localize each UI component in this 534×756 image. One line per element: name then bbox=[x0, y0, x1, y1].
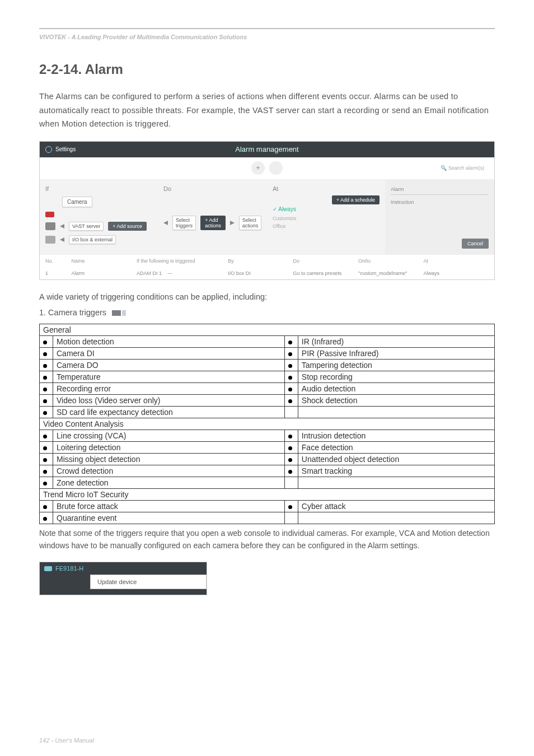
table-row: Video loss (Video server only)Shock dete… bbox=[40, 395, 495, 407]
header-band: VIVOTEK - A Leading Provider of Multimed… bbox=[39, 29, 495, 52]
add-actions-button[interactable]: + Add actions bbox=[200, 216, 226, 230]
table-row: Line crossing (VCA)Intrusion detection bbox=[40, 430, 495, 442]
alarm-label: Alarm bbox=[391, 185, 489, 193]
vast-server-callout: VAST server bbox=[69, 222, 104, 231]
add-alarm-icon[interactable]: + bbox=[251, 161, 265, 175]
camera-icon bbox=[44, 566, 52, 571]
group-iot: Trend Micro IoT Security bbox=[40, 489, 495, 501]
table-row: Camera DIPIR (Passive Infrared) bbox=[40, 348, 495, 360]
table-row: Brute force attackCyber attack bbox=[40, 501, 495, 512]
triggers-table: General Motion detectionIR (Infrared)Cam… bbox=[39, 324, 495, 524]
table-row[interactable]: 1 Alarm ADAM DI 1 --- I/O box DI Go to c… bbox=[40, 267, 494, 279]
alarm-management-screenshot: Settings Alarm management + 🔍 Search ala… bbox=[39, 141, 495, 280]
add-schedule-button[interactable]: + Add a schedule bbox=[332, 195, 380, 204]
customize-option[interactable]: Customize bbox=[273, 216, 380, 221]
table-row: Quarantine event bbox=[40, 512, 495, 524]
server-icon[interactable] bbox=[45, 222, 55, 230]
always-option[interactable]: ✓ Always bbox=[273, 206, 380, 212]
camera-icon[interactable] bbox=[45, 212, 54, 217]
arrow-icon bbox=[60, 224, 64, 228]
table-row: Camera DOTampering detection bbox=[40, 360, 495, 371]
office-option[interactable]: Office bbox=[273, 223, 380, 229]
table-row: Zone detection bbox=[40, 477, 495, 489]
section-title: 2-2-14. Alarm bbox=[39, 62, 495, 77]
search-input[interactable]: 🔍 Search alarm(s) bbox=[441, 165, 484, 171]
table-row: Loitering detectionFace detection bbox=[40, 442, 495, 454]
instruction-label: Instruction bbox=[391, 198, 489, 206]
subheading: A wide variety of triggering conditions … bbox=[39, 292, 495, 301]
table-header-row: No. Name If the following is triggered B… bbox=[40, 255, 494, 267]
update-device-menu-item[interactable]: Update device bbox=[90, 575, 207, 589]
do-column-header: Do bbox=[163, 185, 261, 192]
select-actions-callout: Select actions bbox=[239, 216, 262, 230]
table-row: Crowd detectionSmart tracking bbox=[40, 465, 495, 477]
settings-label: Settings bbox=[55, 146, 76, 152]
arrow-icon bbox=[60, 237, 64, 242]
camera-icon bbox=[112, 309, 128, 317]
select-triggers-callout: Select triggers bbox=[172, 216, 196, 230]
table-row: Motion detectionIR (Infrared) bbox=[40, 336, 495, 348]
iobox-callout: I/O box & external bbox=[69, 235, 116, 244]
add-source-button[interactable]: + Add source bbox=[108, 222, 147, 231]
arrow-icon bbox=[230, 221, 235, 225]
table-row: SD card life expectancy detection bbox=[40, 407, 495, 418]
group-general: General bbox=[40, 324, 495, 336]
cancel-button[interactable]: Cancel bbox=[462, 239, 489, 249]
screenshot-title: Alarm management bbox=[235, 145, 298, 153]
group-vca: Video Content Analysis bbox=[40, 418, 495, 430]
gear-icon bbox=[45, 146, 52, 153]
at-column-header: At bbox=[273, 185, 380, 192]
iobox-icon[interactable] bbox=[45, 236, 55, 244]
note-paragraph: Note that some of the triggers require t… bbox=[39, 528, 495, 552]
arrow-icon bbox=[163, 221, 168, 225]
table-row: TemperatureStop recording bbox=[40, 371, 495, 383]
camera-callout: Camera bbox=[62, 197, 92, 207]
page-footer: 142 - User's Manual bbox=[39, 737, 94, 744]
import-icon[interactable] bbox=[269, 161, 283, 175]
context-menu-screenshot: FE9181-H Update device bbox=[39, 562, 207, 595]
camera-triggers-label: 1. Camera triggers bbox=[39, 308, 495, 317]
intro-paragraph: The Alarms can be configured to perform … bbox=[39, 90, 495, 131]
device-name[interactable]: FE9181-H bbox=[55, 565, 83, 572]
table-row: Missing object detectionUnattended objec… bbox=[40, 454, 495, 465]
if-column-header: If bbox=[45, 185, 152, 192]
table-row: Recording errorAudio detection bbox=[40, 383, 495, 395]
